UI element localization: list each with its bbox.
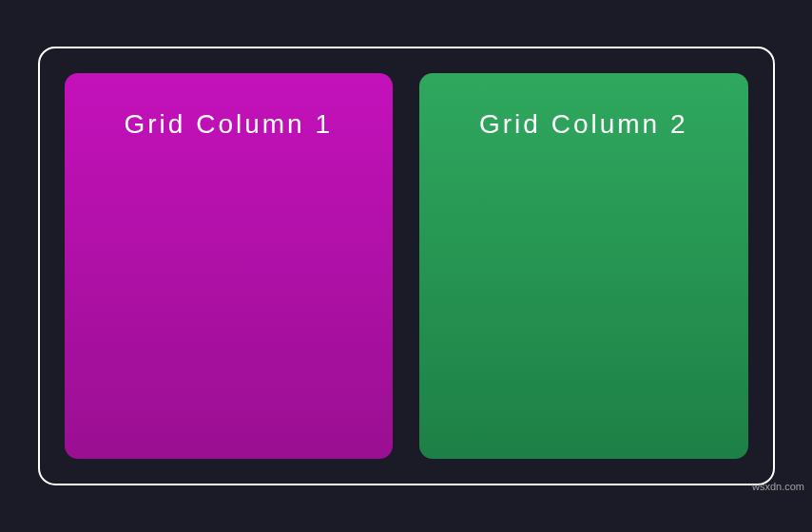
watermark-text: wsxdn.com	[752, 481, 804, 492]
grid-container: Grid Column 1 Grid Column 2	[38, 47, 775, 485]
grid-column-2-label: Grid Column 2	[479, 109, 688, 139]
grid-column-2: Grid Column 2	[419, 73, 748, 459]
grid-column-1-label: Grid Column 1	[124, 109, 333, 139]
grid-column-1: Grid Column 1	[65, 73, 394, 459]
